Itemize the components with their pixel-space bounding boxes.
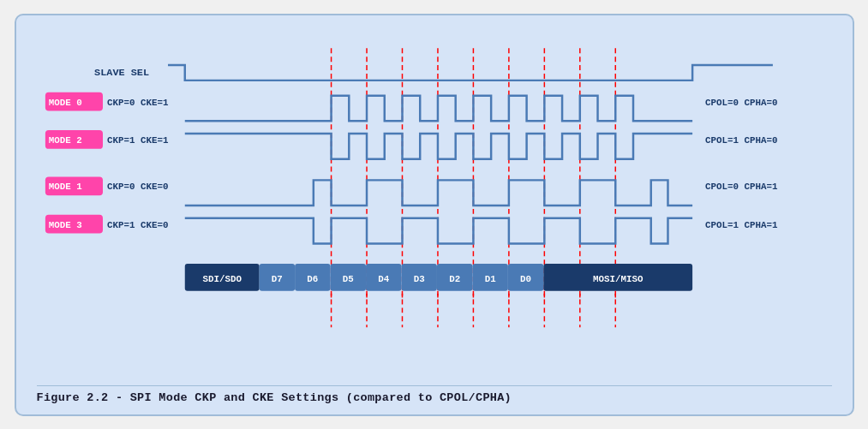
slave-sel-label: SLAVE SEL <box>94 66 149 78</box>
diagram-svg: text { font-family: 'Courier New', monos… <box>37 31 832 378</box>
mode2-right: CPOL=1 CPHA=0 <box>704 134 777 145</box>
mode2-waveform <box>184 134 691 159</box>
d5-label: D5 <box>342 273 353 283</box>
figure-caption: Figure 2.2 - SPI Mode CKP and CKE Settin… <box>37 385 832 404</box>
d2-label: D2 <box>449 273 460 283</box>
diagram-area: text { font-family: 'Courier New', monos… <box>37 31 832 378</box>
mode0-label: MODE 0 <box>48 97 81 107</box>
mosi-miso-label: MOSI/MISO <box>592 273 643 283</box>
slave-sel-waveform <box>168 65 773 80</box>
mode1-label: MODE 1 <box>48 182 82 192</box>
mode2-params: CKP=1 CKE=1 <box>106 134 168 145</box>
mode3-label: MODE 3 <box>48 219 81 229</box>
mode0-waveform <box>184 95 691 121</box>
main-container: text { font-family: 'Courier New', monos… <box>15 14 854 416</box>
mode0-params: CKP=0 CKE=1 <box>106 97 168 107</box>
d4-label: D4 <box>378 273 390 283</box>
mode3-right: CPOL=1 CPHA=1 <box>704 219 777 229</box>
mode1-waveform <box>184 180 691 206</box>
d7-label: D7 <box>271 273 282 283</box>
d1-label: D1 <box>484 273 496 283</box>
mode1-params: CKP=0 CKE=0 <box>106 182 168 192</box>
sdi-sdo-label: SDI/SDO <box>202 273 242 283</box>
mode1-right: CPOL=0 CPHA=1 <box>704 182 777 192</box>
mode2-label: MODE 2 <box>48 134 81 145</box>
mode3-waveform <box>184 217 691 243</box>
d3-label: D3 <box>413 273 424 283</box>
mode3-params: CKP=1 CKE=0 <box>106 219 168 229</box>
d6-label: D6 <box>307 273 318 283</box>
d0-label: D0 <box>520 273 531 283</box>
mode0-right: CPOL=0 CPHA=0 <box>704 97 777 107</box>
